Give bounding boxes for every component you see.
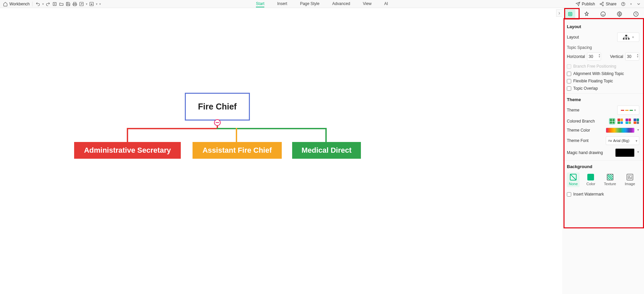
layout-select[interactable]: ▾: [617, 32, 639, 42]
root-node[interactable]: Fire Chief: [185, 93, 250, 121]
side-tabs: [562, 8, 644, 20]
svg-point-11: [601, 12, 605, 16]
svg-point-6: [602, 5, 604, 6]
align-sibling-checkbox[interactable]: [567, 72, 571, 76]
menu-advanced[interactable]: Advanced: [332, 1, 350, 7]
tab-layout[interactable]: [565, 9, 575, 19]
theme-select[interactable]: ▾: [617, 105, 639, 115]
svg-rect-14: [625, 35, 627, 36]
cb-option-2[interactable]: [617, 118, 623, 124]
import-icon[interactable]: [89, 1, 94, 7]
tab-emoji[interactable]: [598, 9, 608, 19]
flex-float-row[interactable]: Flexible Floating Topic: [567, 79, 639, 83]
connector: [236, 128, 237, 142]
svg-rect-16: [626, 38, 627, 40]
new-icon[interactable]: [52, 1, 57, 7]
bg-texture[interactable]: Texture: [602, 172, 618, 187]
toolbar-left: Workbench ▾ ▾ ▾ ▾: [3, 1, 101, 7]
theme-label: Theme: [567, 108, 579, 113]
cb-option-4[interactable]: [633, 118, 639, 124]
tab-settings[interactable]: [614, 9, 625, 19]
magic-hand-label: Magic hand drawing: [567, 150, 603, 155]
theme-color-select[interactable]: [606, 128, 635, 133]
colored-branch-label: Colored Branch: [567, 119, 595, 124]
topic-spacing-label: Topic Spacing: [567, 45, 639, 50]
child-node-1[interactable]: Administrative Secretary: [74, 142, 181, 159]
magic-hand-color[interactable]: [615, 148, 635, 157]
branch-free-checkbox: [567, 64, 571, 69]
top-toolbar: Workbench ▾ ▾ ▾ ▾ Start Insert Page Styl…: [0, 0, 644, 8]
root-label: Fire Chief: [198, 102, 236, 112]
undo-icon[interactable]: [35, 1, 41, 7]
background-section-title: Background: [567, 164, 639, 169]
panel-collapse-button[interactable]: ›: [556, 9, 562, 17]
svg-rect-18: [628, 175, 632, 178]
cb-option-1[interactable]: [609, 118, 615, 124]
svg-point-5: [600, 3, 601, 5]
share-label: Share: [606, 2, 616, 6]
menu-start[interactable]: Start: [256, 1, 264, 7]
theme-section-title: Theme: [567, 97, 639, 102]
vertical-input[interactable]: 30▴▾: [625, 53, 639, 61]
svg-rect-17: [628, 38, 630, 40]
bg-none[interactable]: None: [567, 172, 580, 187]
horizontal-input[interactable]: 30▴▾: [587, 53, 601, 61]
bg-image[interactable]: Image: [623, 172, 637, 187]
topic-overlap-row[interactable]: Topic Overlap: [567, 86, 639, 91]
export-icon[interactable]: [79, 1, 84, 7]
watermark-checkbox[interactable]: [567, 192, 571, 197]
child-2-label: Assistant Fire Chief: [203, 146, 272, 155]
theme-font-label: Theme Font: [567, 138, 589, 143]
side-panel: Layout Layout ▾ Topic Spacing Horizontal…: [562, 20, 644, 294]
save-icon[interactable]: [65, 1, 71, 7]
canvas[interactable]: Fire Chief Administrative Secretary Assi…: [0, 8, 562, 294]
connector: [217, 128, 327, 129]
collapse-handle[interactable]: [214, 119, 221, 126]
workbench-button[interactable]: Workbench: [3, 1, 30, 7]
chevron-down-icon[interactable]: [636, 1, 641, 7]
bg-color[interactable]: Color: [584, 172, 597, 187]
publish-button[interactable]: Publish: [575, 1, 595, 7]
flex-float-checkbox[interactable]: [567, 79, 571, 83]
colored-branch-options: [609, 118, 639, 124]
org-chart-icon: [623, 35, 630, 40]
toolbar-right: Publish Share ▾: [575, 1, 641, 7]
child-3-label: Medical Direct: [302, 146, 352, 155]
child-node-3[interactable]: Medical Direct: [292, 142, 361, 159]
connector: [127, 128, 218, 129]
menu-insert[interactable]: Insert: [277, 1, 287, 7]
branch-free-row: Branch Free Positioning: [567, 64, 639, 69]
print-icon[interactable]: [72, 1, 77, 7]
open-icon[interactable]: [59, 1, 64, 7]
vertical-label: Vertical: [610, 54, 623, 59]
publish-label: Publish: [582, 2, 595, 6]
share-icon: [599, 1, 604, 7]
child-node-2[interactable]: Assistant Fire Chief: [193, 142, 282, 159]
redo-icon[interactable]: [45, 1, 51, 7]
svg-point-4: [602, 2, 604, 3]
connector: [127, 128, 128, 142]
align-sibling-row[interactable]: Alignment With Sibling Topic: [567, 71, 639, 76]
watermark-row[interactable]: Insert Watermark: [567, 192, 639, 197]
help-icon[interactable]: [621, 1, 626, 7]
menu-page-style[interactable]: Page Style: [300, 1, 319, 7]
horizontal-label: Horizontal: [567, 54, 585, 59]
theme-font-select[interactable]: AaArial (Big): [606, 136, 639, 145]
tab-style[interactable]: [582, 9, 592, 19]
topic-overlap-checkbox[interactable]: [567, 86, 571, 91]
more-icon[interactable]: ▾: [99, 2, 101, 6]
theme-color-label: Theme Color: [567, 128, 590, 133]
svg-point-12: [619, 13, 621, 15]
publish-icon: [575, 1, 581, 7]
svg-rect-15: [623, 38, 625, 40]
cb-option-3[interactable]: [625, 118, 631, 124]
background-options: None Color Texture Image: [567, 172, 639, 187]
share-button[interactable]: Share: [599, 1, 616, 7]
menu-ai[interactable]: AI: [384, 1, 388, 7]
svg-rect-9: [569, 12, 572, 16]
svg-rect-1: [74, 4, 76, 6]
layout-section-title: Layout: [567, 24, 639, 29]
tab-history[interactable]: [631, 9, 641, 19]
svg-point-8: [623, 5, 624, 5]
menu-view[interactable]: View: [363, 1, 372, 7]
